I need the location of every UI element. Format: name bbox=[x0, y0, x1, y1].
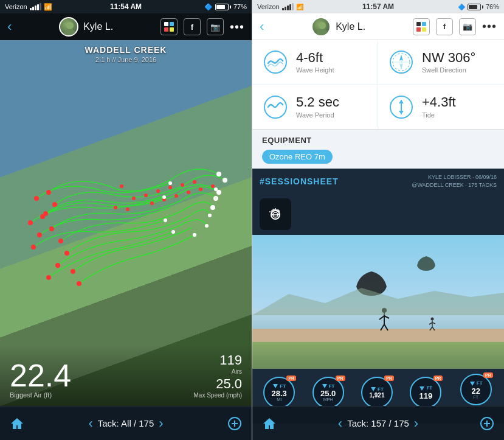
left-user-section: Kyle L. bbox=[59, 17, 113, 37]
left-time: 11:54 AM bbox=[110, 2, 142, 11]
svg-rect-2 bbox=[164, 22, 168, 26]
max-speed-stat: 25.0 Max Speed (mph) bbox=[194, 376, 242, 399]
svg-rect-56 bbox=[422, 22, 426, 26]
tide-value: +4.3ft bbox=[422, 95, 456, 110]
swell-direction-data: NW 306° Swell Direction bbox=[422, 51, 475, 74]
right-battery-icon bbox=[468, 4, 483, 10]
swell-direction-value: NW 306° bbox=[422, 51, 475, 65]
svg-point-7 bbox=[52, 202, 57, 207]
right-time: 11:57 AM bbox=[362, 2, 394, 11]
right-facebook-icon[interactable]: f bbox=[436, 18, 453, 35]
svg-point-15 bbox=[46, 275, 51, 280]
calories-badge: PR FT 1,921 bbox=[361, 377, 393, 408]
svg-point-41 bbox=[168, 181, 172, 185]
session-photo-area bbox=[252, 198, 504, 369]
left-bluetooth-icon: 🔷 bbox=[204, 3, 213, 11]
svg-point-20 bbox=[31, 245, 36, 250]
svg-point-9 bbox=[49, 226, 54, 231]
svg-line-82 bbox=[381, 324, 384, 330]
svg-point-84 bbox=[430, 317, 433, 320]
svg-rect-57 bbox=[416, 27, 421, 32]
right-battery-pct: 76% bbox=[486, 3, 499, 10]
wave-height-cell: 4-6ft Wave Height bbox=[252, 40, 378, 85]
session-title-overlay: WADDELL CREEK 2.1 h // June 9, 2016 bbox=[0, 45, 252, 63]
airs-label: Airs bbox=[219, 368, 242, 375]
svg-point-26 bbox=[181, 183, 184, 187]
right-home-button[interactable] bbox=[262, 416, 277, 431]
svg-point-44 bbox=[205, 224, 209, 228]
left-tack-next[interactable]: › bbox=[159, 416, 163, 431]
svg-marker-70 bbox=[399, 111, 404, 114]
svg-point-59 bbox=[264, 51, 286, 73]
right-instagram-icon[interactable]: 📷 bbox=[459, 18, 476, 35]
right-stats-col: 119 Airs 25.0 Max Speed (mph) bbox=[194, 352, 242, 399]
add-photo-button[interactable] bbox=[260, 198, 291, 230]
svg-line-77 bbox=[274, 209, 274, 210]
left-nav-icons: f 📷 ••• bbox=[161, 18, 244, 35]
svg-point-27 bbox=[193, 180, 196, 184]
left-grid-icon[interactable] bbox=[161, 18, 178, 35]
left-bottom-nav: ‹ Tack: All / 175 › bbox=[0, 406, 252, 440]
track-overlay bbox=[0, 40, 252, 375]
airs-number: 119 bbox=[219, 352, 242, 368]
max-speed-number: 25.0 bbox=[320, 389, 336, 397]
left-signal-bars bbox=[30, 3, 41, 10]
right-status-bar: Verizon 📶 11:57 AM 🔷 76% bbox=[252, 0, 504, 13]
right-grid-icon[interactable] bbox=[413, 18, 430, 35]
svg-point-33 bbox=[211, 184, 215, 188]
wave-period-value: 5.2 sec bbox=[296, 95, 339, 110]
wave-period-cell: 5.2 sec Wave Period bbox=[252, 85, 378, 129]
equipment-heading: EQUIPMENT bbox=[262, 136, 494, 145]
svg-rect-3 bbox=[170, 22, 174, 26]
right-avatar bbox=[311, 17, 331, 37]
left-facebook-icon[interactable]: f bbox=[184, 18, 201, 35]
left-tack-info: ‹ Tack: All / 175 › bbox=[88, 416, 163, 431]
tide-label: Tide bbox=[422, 111, 456, 119]
svg-point-12 bbox=[43, 211, 48, 216]
right-nav-bar: ‹ Kyle L. f 📷 ••• bbox=[252, 13, 504, 40]
right-tack-prev[interactable]: ‹ bbox=[338, 416, 342, 431]
svg-point-49 bbox=[193, 233, 196, 237]
svg-point-53 bbox=[319, 22, 326, 29]
right-tack-next[interactable]: › bbox=[414, 416, 418, 431]
jumps-pr: PR bbox=[433, 375, 443, 381]
svg-point-16 bbox=[28, 220, 33, 225]
left-carrier: Verizon bbox=[5, 3, 27, 10]
biggest-air-label: Biggest Air (ft) bbox=[10, 391, 194, 399]
svg-point-10 bbox=[58, 239, 63, 243]
left-more-icon[interactable]: ••• bbox=[230, 20, 244, 34]
session-sheet-meta-line1: KYLE LOBISSER · 06/09/16 bbox=[428, 174, 497, 180]
left-status-bar: Verizon 📶 11:54 AM 🔷 77% bbox=[0, 0, 252, 13]
svg-line-80 bbox=[379, 316, 384, 320]
max-speed-pr: PR bbox=[336, 375, 345, 381]
right-bottom-nav: ‹ Tack: 157 / 175 › bbox=[252, 406, 504, 440]
svg-point-30 bbox=[174, 194, 178, 198]
highest-jump-badge: PR FT 22 FT bbox=[460, 374, 492, 405]
left-instagram-icon[interactable]: 📷 bbox=[207, 18, 224, 35]
highest-jump-number: 22 bbox=[472, 387, 480, 395]
svg-point-19 bbox=[77, 281, 81, 286]
svg-point-39 bbox=[213, 196, 218, 201]
svg-line-83 bbox=[384, 324, 388, 330]
highest-jump-pr: PR bbox=[483, 372, 493, 378]
max-speed-label: Max Speed (mph) bbox=[194, 392, 242, 399]
jumps-number: 119 bbox=[419, 392, 433, 400]
left-battery-pct: 77% bbox=[233, 3, 247, 10]
svg-point-13 bbox=[64, 251, 69, 256]
equipment-tag: Ozone REO 7m bbox=[262, 150, 333, 164]
session-sheet-meta: KYLE LOBISSER · 06/09/16 @WADDELL CREEK … bbox=[412, 173, 497, 189]
right-back-button[interactable]: ‹ bbox=[260, 19, 264, 35]
left-tack-prev[interactable]: ‹ bbox=[88, 416, 92, 431]
right-bluetooth-icon: 🔷 bbox=[458, 4, 465, 10]
svg-point-35 bbox=[126, 208, 129, 211]
svg-point-40 bbox=[210, 205, 215, 210]
svg-point-31 bbox=[187, 190, 190, 194]
right-more-icon[interactable]: ••• bbox=[482, 19, 497, 33]
svg-rect-4 bbox=[164, 27, 168, 32]
left-back-button[interactable]: ‹ bbox=[7, 19, 12, 35]
right-plus-button[interactable] bbox=[480, 416, 494, 431]
left-home-button[interactable] bbox=[10, 416, 24, 431]
tide-icon bbox=[388, 94, 415, 120]
left-plus-button[interactable] bbox=[227, 416, 242, 431]
session-location: WADDELL CREEK bbox=[0, 45, 252, 55]
